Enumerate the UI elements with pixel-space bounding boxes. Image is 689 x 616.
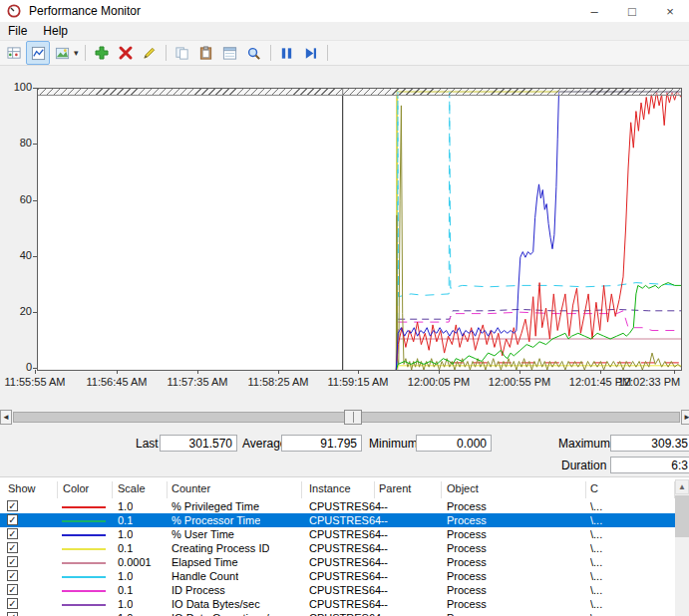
column-separator[interactable] xyxy=(167,481,168,498)
column-separator[interactable] xyxy=(57,481,58,498)
properties-icon[interactable] xyxy=(218,41,242,65)
x-tick-mark xyxy=(600,370,601,374)
minimum-label: Minimum xyxy=(369,437,418,451)
x-tick-mark xyxy=(117,370,118,374)
scrollbar-thumb[interactable] xyxy=(675,495,689,537)
update-data-icon[interactable] xyxy=(299,41,323,65)
cell-instance: CPUSTRES64 xyxy=(309,598,381,610)
cell-object: Process xyxy=(447,514,487,526)
cell-computer: \... xyxy=(590,598,602,610)
delete-counter-icon[interactable] xyxy=(114,41,138,65)
cell-computer: \... xyxy=(590,542,602,554)
show-checkbox[interactable]: ✓ xyxy=(7,598,18,609)
column-header-instance[interactable]: Instance xyxy=(309,482,351,494)
last-label: Last xyxy=(136,437,159,451)
view-current-activity-icon[interactable] xyxy=(2,41,26,65)
cell-computer: \... xyxy=(590,528,602,540)
table-row[interactable]: ✓0.0001Elapsed TimeCPUSTRES64---Process\… xyxy=(0,555,675,569)
table-row[interactable]: ✓1.0Handle CountCPUSTRES64---Process\... xyxy=(0,569,675,583)
x-tick-mark xyxy=(35,370,36,374)
table-row[interactable]: ✓0.1Creating Process IDCPUSTRES64---Proc… xyxy=(0,541,675,555)
table-row[interactable]: ✓0.1% Processor TimeCPUSTRES64---Process… xyxy=(0,513,675,527)
color-swatch xyxy=(62,534,106,536)
maximize-button[interactable]: □ xyxy=(613,0,651,22)
show-checkbox[interactable]: ✓ xyxy=(7,584,18,595)
cell-counter: Creating Process ID xyxy=(172,542,269,554)
zoom-icon[interactable] xyxy=(242,41,266,65)
slider-right-arrow-icon[interactable]: ► xyxy=(681,410,689,425)
column-header-parent[interactable]: Parent xyxy=(379,482,411,494)
cell-instance: CPUSTRES64 xyxy=(309,612,381,616)
table-row[interactable]: ✓1.0IO Data Bytes/secCPUSTRES64---Proces… xyxy=(0,597,675,611)
column-separator[interactable] xyxy=(441,481,442,498)
x-tick-mark xyxy=(278,370,279,374)
cell-scale: 1.0 xyxy=(118,528,133,540)
y-tick-label: 40 xyxy=(4,249,32,261)
cell-computer: \... xyxy=(590,612,602,616)
close-button[interactable]: × xyxy=(651,0,689,22)
cell-parent: --- xyxy=(377,514,388,526)
paste-counter-list-icon[interactable] xyxy=(194,41,218,65)
y-tick-label: 80 xyxy=(4,137,32,149)
cell-parent: --- xyxy=(377,528,388,540)
column-separator[interactable] xyxy=(374,481,375,498)
maximum-label: Maximum xyxy=(558,437,610,451)
show-checkbox[interactable]: ✓ xyxy=(7,528,18,539)
show-checkbox[interactable]: ✓ xyxy=(7,500,18,511)
cell-instance: CPUSTRES64 xyxy=(309,584,381,596)
column-header-scale[interactable]: Scale xyxy=(118,482,146,494)
column-separator[interactable] xyxy=(301,481,302,498)
show-checkbox[interactable]: ✓ xyxy=(7,612,18,616)
scroll-up-icon[interactable]: ▲ xyxy=(675,479,689,494)
view-graph-icon[interactable] xyxy=(26,41,50,65)
duration-value: 6:3 xyxy=(610,457,689,473)
cell-instance: CPUSTRES64 xyxy=(309,570,381,582)
toolbar-separator xyxy=(166,45,167,61)
stats-bar: Last 301.570 Average 91.795 Minimum 0.00… xyxy=(0,430,689,475)
slider-left-arrow-icon[interactable]: ◄ xyxy=(0,410,12,425)
x-tick-label: 11:58:25 AM xyxy=(248,376,309,388)
table-row[interactable]: ✓1.0IO Data Operations/secCPUSTRES64---P… xyxy=(0,611,675,616)
table-row[interactable]: ✓1.0% Privileged TimeCPUSTRES64---Proces… xyxy=(0,499,675,513)
highlight-icon[interactable] xyxy=(138,41,162,65)
cell-parent: --- xyxy=(377,556,388,568)
menu-help[interactable]: Help xyxy=(35,22,76,40)
add-counter-icon[interactable] xyxy=(90,41,114,65)
color-swatch xyxy=(62,506,106,508)
column-separator[interactable] xyxy=(585,481,586,498)
show-checkbox[interactable]: ✓ xyxy=(7,542,18,553)
column-header-show[interactable]: Show xyxy=(8,482,36,494)
cell-computer: \... xyxy=(590,570,602,582)
minimize-button[interactable]: – xyxy=(575,0,613,22)
table-scrollbar[interactable]: ▲ xyxy=(675,479,689,616)
column-separator[interactable] xyxy=(112,481,113,498)
cell-parent: --- xyxy=(377,500,388,512)
cell-scale: 0.1 xyxy=(118,542,133,554)
column-header-object[interactable]: Object xyxy=(447,482,479,494)
menu-file[interactable]: File xyxy=(0,22,35,40)
cell-counter: Handle Count xyxy=(172,570,238,582)
time-range-slider: ◄ ► xyxy=(0,409,689,426)
y-tick-label: 60 xyxy=(4,193,32,205)
cell-object: Process xyxy=(447,570,487,582)
column-header-color[interactable]: Color xyxy=(63,482,89,494)
x-tick-mark xyxy=(358,370,359,374)
column-header-c[interactable]: C xyxy=(590,482,598,494)
copy-properties-icon[interactable] xyxy=(171,41,194,65)
last-value: 301.570 xyxy=(160,435,237,452)
slider-thumb[interactable] xyxy=(344,410,362,425)
title-bar: Performance Monitor – □ × xyxy=(0,0,689,22)
show-checkbox[interactable]: ✓ xyxy=(7,570,18,581)
cell-counter: Elapsed Time xyxy=(172,556,238,568)
freeze-display-icon[interactable] xyxy=(275,41,299,65)
column-header-counter[interactable]: Counter xyxy=(172,482,210,494)
table-row[interactable]: ✓0.1ID ProcessCPUSTRES64---Process\... xyxy=(0,583,675,597)
dropdown-arrow-icon[interactable]: ▾ xyxy=(74,48,79,58)
x-tick-mark xyxy=(674,370,675,374)
change-graph-type-icon[interactable] xyxy=(50,41,74,65)
show-checkbox[interactable]: ✓ xyxy=(7,514,18,525)
show-checkbox[interactable]: ✓ xyxy=(7,556,18,567)
chart-series-canvas xyxy=(38,89,681,370)
table-row[interactable]: ✓1.0% User TimeCPUSTRES64---Process\... xyxy=(0,527,675,541)
cell-scale: 0.1 xyxy=(118,514,133,526)
